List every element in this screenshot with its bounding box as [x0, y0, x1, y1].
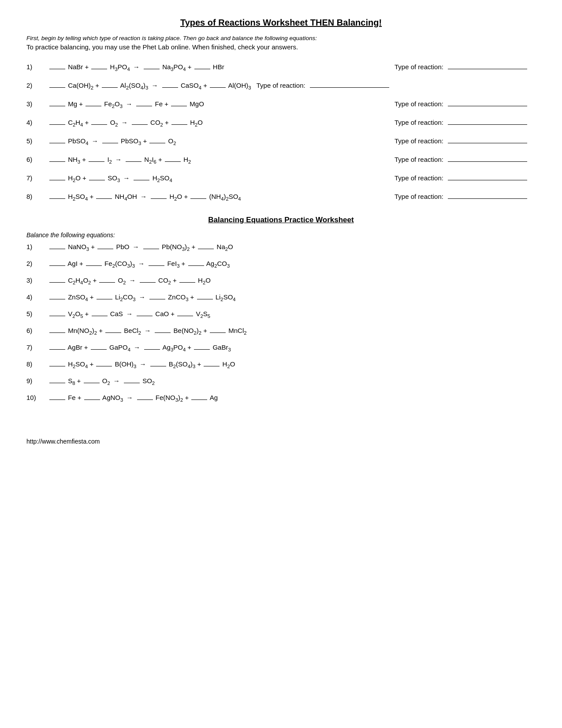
eq5-blank3	[149, 143, 165, 143]
section1-eq6: 6) NH3 + I2 → N2I6 + H2 Type of reaction…	[26, 156, 536, 164]
section2-subtitle: Balance the following equations:	[26, 231, 536, 239]
bal5-blank1	[49, 316, 65, 316]
eq6-num: 6)	[26, 156, 48, 163]
eq1-content: NaBr + H3PO4 → Na3PO4 + HBr	[48, 63, 395, 72]
bal10-num: 10)	[26, 394, 48, 401]
eq2-blank2	[102, 87, 118, 88]
bal9-blank1	[49, 383, 65, 383]
bal1-num: 1)	[26, 243, 48, 250]
eq1-blank4	[194, 69, 210, 69]
bal8-blank2	[96, 366, 112, 366]
bal5-num: 5)	[26, 310, 48, 317]
eq8-blank2	[96, 198, 112, 199]
bal7-blank2	[91, 349, 107, 350]
eq7-type-blank	[448, 180, 527, 180]
bal5-blank3	[137, 316, 153, 316]
eq8-blank1	[49, 198, 65, 199]
bal2-blank3	[149, 265, 164, 266]
eq8-blank4	[190, 198, 206, 199]
section1-eq5: 5) PbSO4 → PbSO3 + O2 Type of reaction:	[26, 137, 536, 146]
bal4-blank2	[97, 299, 112, 299]
balance-eq2: 2) AgI + Fe2(CO3)3 → FeI3 + Ag2CO3	[26, 260, 536, 269]
eq7-type: Type of reaction:	[395, 174, 536, 182]
eq6-blank1	[49, 161, 65, 162]
eq6-blank3	[126, 161, 141, 162]
bal3-content: C2H4O2 + O2 → CO2 + H2O	[48, 276, 211, 285]
bal8-blank4	[204, 366, 220, 366]
section1-eq1: 1) NaBr + H3PO4 → Na3PO4 + HBr Type of r…	[26, 63, 536, 72]
balance-eq3: 3) C2H4O2 + O2 → CO2 + H2O	[26, 276, 536, 285]
eq1-type: Type of reaction:	[395, 63, 536, 71]
eq1-type-blank	[448, 69, 527, 69]
eq4-num: 4)	[26, 119, 48, 126]
eq5-blank1	[49, 143, 65, 143]
eq4-type: Type of reaction:	[395, 119, 536, 126]
eq3-blank2	[86, 106, 101, 106]
eq5-type: Type of reaction:	[395, 137, 536, 145]
bal9-content: S8 + O2 → SO2	[48, 377, 155, 386]
eq6-type-blank	[448, 161, 527, 162]
bal6-content: Mn(NO2)2 + BeCl2 → Be(NO2)2 + MnCl2	[48, 327, 247, 336]
footer-url: http://www.chemfiesta.com	[26, 438, 536, 445]
bal4-blank3	[149, 299, 165, 299]
eq7-blank1	[49, 180, 65, 180]
bal2-content: AgI + Fe2(CO3)3 → FeI3 + Ag2CO3	[48, 260, 230, 269]
eq4-content: C2H4 + O2 → CO2 + H2O	[48, 119, 395, 127]
intro-normal: To practice balancing, you may use the P…	[26, 43, 536, 51]
bal9-num: 9)	[26, 377, 48, 385]
balance-eq4: 4) ZnSO4 + Li2CO3 → ZnCO3 + Li2SO4	[26, 293, 536, 302]
eq2-blank3	[162, 87, 178, 88]
bal5-blank4	[177, 316, 193, 316]
bal1-blank2	[97, 249, 113, 249]
bal9-blank3	[124, 383, 140, 383]
eq6-blank4	[165, 161, 181, 162]
bal1-blank3	[143, 249, 159, 249]
bal9-blank2	[84, 383, 100, 383]
bal5-content: V2O5 + CaS → CaO + V2S5	[48, 310, 210, 319]
bal4-blank1	[49, 299, 65, 299]
eq5-type-blank	[448, 143, 527, 143]
bal10-blank3	[137, 399, 153, 400]
bal8-blank3	[150, 366, 166, 366]
eq3-content: Mg + Fe2O3 → Fe + MgO	[48, 100, 395, 109]
balance-eq8: 8) H2SO4 + B(OH)3 → B2(SO4)3 + H2O	[26, 360, 536, 369]
eq4-blank3	[132, 124, 148, 125]
section2-title: Balancing Equations Practice Worksheet	[26, 216, 536, 224]
eq4-blank4	[171, 124, 187, 125]
balance-eq9: 9) S8 + O2 → SO2	[26, 377, 536, 386]
eq5-num: 5)	[26, 137, 48, 145]
eq2-type-blank	[310, 87, 389, 88]
bal3-blank3	[140, 282, 156, 283]
bal2-blank4	[188, 265, 204, 266]
bal3-blank1	[49, 282, 65, 283]
bal2-blank2	[86, 265, 102, 266]
eq5-blank2	[102, 143, 118, 143]
eq2-content: Ca(OH)2 + Al2(SO4)3 → CaSO4 + Al(OH)3 Ty…	[48, 82, 536, 90]
eq8-blank3	[151, 198, 167, 199]
bal1-blank1	[49, 249, 65, 249]
section1-eq2: 2) Ca(OH)2 + Al2(SO4)3 → CaSO4 + Al(OH)3…	[26, 82, 536, 90]
eq4-type-blank	[448, 124, 527, 125]
bal10-blank4	[191, 399, 207, 400]
bal1-content: NaNO3 + PbO → Pb(NO3)2 + Na2O	[48, 243, 233, 252]
eq6-type: Type of reaction:	[395, 156, 536, 163]
eq1-num: 1)	[26, 63, 48, 71]
eq2-num: 2)	[26, 82, 48, 89]
eq6-blank2	[89, 161, 104, 162]
intro-italic: First, begin by telling which type of re…	[26, 35, 536, 41]
eq4-blank1	[49, 124, 65, 125]
section1-eq8: 8) H2SO4 + NH4OH → H2O + (NH4)2SO4 Type …	[26, 193, 536, 202]
bal6-blank3	[155, 332, 171, 333]
eq8-type: Type of reaction:	[395, 193, 536, 200]
bal7-content: AgBr + GaPO4 → Ag3PO4 + GaBr3	[48, 343, 231, 352]
eq8-type-blank	[448, 198, 527, 199]
bal6-num: 6)	[26, 327, 48, 334]
bal8-content: H2SO4 + B(OH)3 → B2(SO4)3 + H2O	[48, 360, 235, 369]
eq7-blank3	[134, 180, 149, 180]
eq3-num: 3)	[26, 100, 48, 108]
bal3-blank4	[179, 282, 195, 283]
bal10-blank1	[49, 399, 65, 400]
eq8-content: H2SO4 + NH4OH → H2O + (NH4)2SO4	[48, 193, 395, 202]
eq5-content: PbSO4 → PbSO3 + O2	[48, 137, 395, 146]
balance-eq5: 5) V2O5 + CaS → CaO + V2S5	[26, 310, 536, 319]
